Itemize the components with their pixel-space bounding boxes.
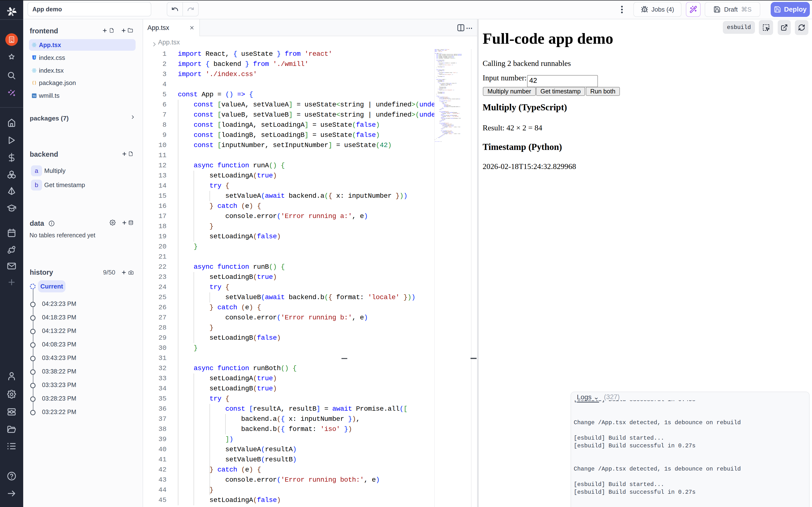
svg-text:TS: TS: [33, 95, 36, 97]
svg-text:3: 3: [33, 56, 35, 59]
